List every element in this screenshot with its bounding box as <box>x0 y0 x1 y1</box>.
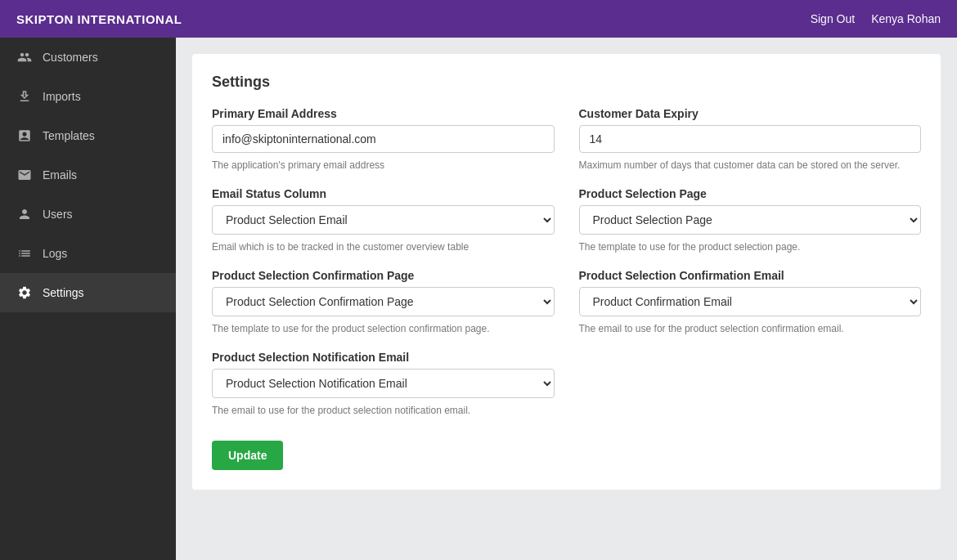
customer-data-expiry-label: Customer Data Expiry <box>579 107 922 120</box>
product-selection-confirmation-email-select[interactable]: Product Confirmation Email <box>579 287 922 316</box>
sidebar: Customers Imports Templates Emails Users <box>0 38 176 560</box>
sidebar-item-emails[interactable]: Emails <box>0 155 176 195</box>
topbar: SKIPTON INTERNATIONAL Sign Out Kenya Roh… <box>0 0 957 38</box>
emails-icon <box>16 167 33 183</box>
product-selection-notification-email-group: Product Selection Notification Email Pro… <box>212 351 555 416</box>
product-selection-page-label: Product Selection Page <box>579 187 922 200</box>
product-selection-page-group: Product Selection Page Product Selection… <box>579 187 922 253</box>
update-button[interactable]: Update <box>212 441 283 470</box>
primary-email-label: Primary Email Address <box>212 107 555 120</box>
brand-label: SKIPTON INTERNATIONAL <box>16 12 182 26</box>
customer-data-expiry-hint: Maximum number of days that customer dat… <box>579 159 922 171</box>
form-row-4: Product Selection Notification Email Pro… <box>212 351 921 416</box>
settings-title: Settings <box>212 74 921 91</box>
sidebar-label-emails: Emails <box>43 168 77 181</box>
sidebar-label-users: Users <box>43 208 73 221</box>
product-selection-confirmation-email-group: Product Selection Confirmation Email Pro… <box>579 269 922 334</box>
product-selection-confirmation-page-label: Product Selection Confirmation Page <box>212 269 555 282</box>
sidebar-item-templates[interactable]: Templates <box>0 116 176 155</box>
primary-email-hint: The application's primary email address <box>212 159 555 171</box>
primary-email-input[interactable] <box>212 125 555 153</box>
product-selection-notification-email-label: Product Selection Notification Email <box>212 351 555 364</box>
sidebar-item-customers[interactable]: Customers <box>0 38 176 77</box>
product-selection-confirmation-email-hint: The email to use for the product selecti… <box>579 323 922 334</box>
user-name: Kenya Rohan <box>871 12 941 25</box>
customer-data-expiry-group: Customer Data Expiry Maximum number of d… <box>579 107 922 171</box>
product-selection-notification-email-hint: The email to use for the product selecti… <box>212 405 555 416</box>
sidebar-item-imports[interactable]: Imports <box>0 77 176 116</box>
settings-icon <box>16 284 33 301</box>
email-status-column-group: Email Status Column Product Selection Em… <box>212 187 555 253</box>
form-row-2: Email Status Column Product Selection Em… <box>212 187 921 253</box>
content-area: Settings Primary Email Address The appli… <box>176 38 957 560</box>
primary-email-group: Primary Email Address The application's … <box>212 107 555 171</box>
sidebar-item-users[interactable]: Users <box>0 195 176 234</box>
sign-out-link[interactable]: Sign Out <box>811 12 855 25</box>
product-selection-confirmation-page-group: Product Selection Confirmation Page Prod… <box>212 269 555 334</box>
logs-icon <box>16 245 33 262</box>
product-selection-confirmation-page-hint: The template to use for the product sele… <box>212 323 555 334</box>
sidebar-label-customers: Customers <box>43 51 98 64</box>
sidebar-label-templates: Templates <box>43 129 95 142</box>
users-icon <box>16 206 33 222</box>
email-status-column-label: Email Status Column <box>212 187 555 200</box>
product-selection-page-select[interactable]: Product Selection Page <box>579 205 922 235</box>
email-status-column-select[interactable]: Product Selection Email Product Confirma… <box>212 205 555 235</box>
sidebar-label-settings: Settings <box>43 286 84 299</box>
form-row-3: Product Selection Confirmation Page Prod… <box>212 269 921 334</box>
topbar-right: Sign Out Kenya Rohan <box>811 12 941 25</box>
form-row-1: Primary Email Address The application's … <box>212 107 921 171</box>
settings-card: Settings Primary Email Address The appli… <box>192 54 941 490</box>
sidebar-label-imports: Imports <box>43 90 81 103</box>
sidebar-item-logs[interactable]: Logs <box>0 234 176 273</box>
customers-icon <box>16 49 33 65</box>
sidebar-item-settings[interactable]: Settings <box>0 273 176 312</box>
email-status-column-hint: Email which is to be tracked in the cust… <box>212 241 555 253</box>
customer-data-expiry-input[interactable] <box>579 125 922 153</box>
templates-icon <box>16 128 33 144</box>
product-selection-confirmation-page-select[interactable]: Product Selection Confirmation Page <box>212 287 555 316</box>
main-layout: Customers Imports Templates Emails Users <box>0 38 957 560</box>
imports-icon <box>16 88 33 105</box>
product-selection-page-hint: The template to use for the product sele… <box>579 241 922 253</box>
product-selection-confirmation-email-label: Product Selection Confirmation Email <box>579 269 922 282</box>
sidebar-label-logs: Logs <box>43 247 67 260</box>
product-selection-notification-email-select[interactable]: Product Selection Notification Email <box>212 369 555 398</box>
